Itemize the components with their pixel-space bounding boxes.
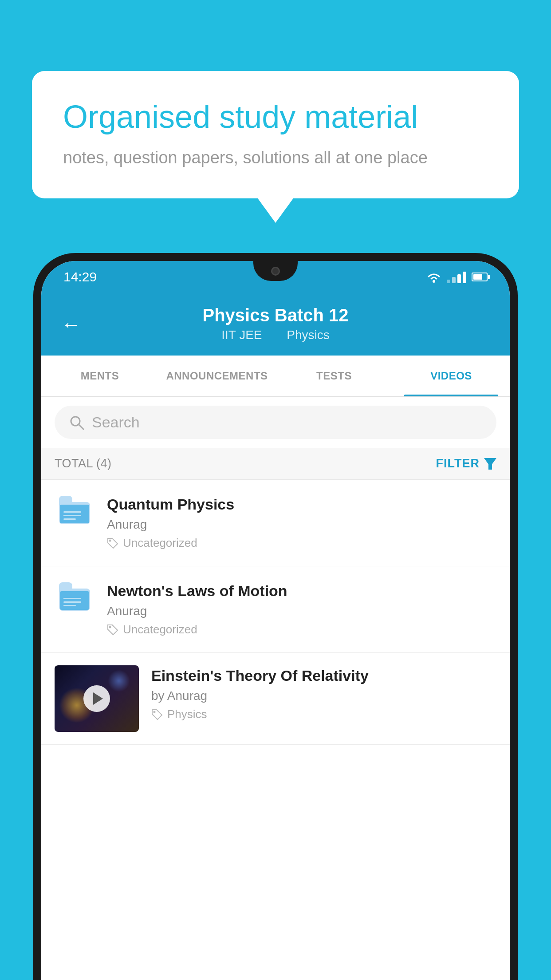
header-title: Physics Batch 12 xyxy=(202,305,348,325)
list-item[interactable]: Newton's Laws of Motion Anurag Uncategor… xyxy=(41,566,510,653)
folder-line xyxy=(63,518,76,520)
phone-frame: 14:29 xyxy=(33,253,518,980)
item-title: Newton's Laws of Motion xyxy=(107,582,496,600)
item-tag: Uncategorized xyxy=(107,623,496,636)
item-content: Quantum Physics Anurag Uncategorized xyxy=(107,496,496,550)
battery-icon xyxy=(472,273,488,281)
tabs-bar: MENTS ANNOUNCEMENTS TESTS VIDEOS xyxy=(41,356,510,397)
svg-line-2 xyxy=(79,425,83,429)
filter-bar: TOTAL (4) FILTER xyxy=(41,448,510,480)
filter-funnel-icon xyxy=(484,458,496,470)
tag-icon xyxy=(151,709,163,720)
tag-icon xyxy=(107,537,118,549)
header-subtitle-physics: Physics xyxy=(287,328,329,342)
speech-bubble-title: Organised study material xyxy=(63,98,488,136)
folder-line xyxy=(63,605,76,606)
item-author: Anurag xyxy=(107,518,496,532)
folder-front xyxy=(60,591,89,610)
speech-bubble-container: Organised study material notes, question… xyxy=(32,71,519,223)
filter-button[interactable]: FILTER xyxy=(436,457,496,470)
einstein-content: Einstein's Theory Of Relativity by Anura… xyxy=(151,665,496,721)
item-icon-wrap xyxy=(55,582,94,611)
folder-line xyxy=(63,515,81,516)
status-time: 14:29 xyxy=(63,269,97,285)
folder-lines xyxy=(63,511,81,520)
search-placeholder: Search xyxy=(92,414,140,431)
tag-label: Uncategorized xyxy=(123,536,197,550)
video-thumbnail xyxy=(55,665,139,732)
item-icon-wrap xyxy=(55,496,94,524)
tag-label: Uncategorized xyxy=(123,623,197,636)
search-bar: Search xyxy=(41,397,510,448)
item-tag: Uncategorized xyxy=(107,536,496,550)
item-content: Newton's Laws of Motion Anurag Uncategor… xyxy=(107,582,496,636)
einstein-tag: Physics xyxy=(151,707,496,721)
filter-label: FILTER xyxy=(436,457,480,470)
einstein-title: Einstein's Theory Of Relativity xyxy=(151,667,496,684)
folder-front xyxy=(60,505,89,523)
signal-icon xyxy=(447,271,466,283)
thumb-glow2 xyxy=(108,670,130,692)
folder-lines xyxy=(63,598,81,606)
list-item[interactable]: Quantum Physics Anurag Uncategorized xyxy=(41,480,510,566)
notch-camera xyxy=(271,267,280,276)
total-count: TOTAL (4) xyxy=(55,457,112,470)
notch xyxy=(253,261,298,281)
svg-point-5 xyxy=(109,626,111,628)
svg-point-4 xyxy=(109,539,111,541)
list-item-einstein[interactable]: Einstein's Theory Of Relativity by Anura… xyxy=(41,653,510,745)
search-icon xyxy=(69,415,85,431)
tag-icon xyxy=(107,624,118,636)
wifi-icon xyxy=(426,271,441,283)
speech-bubble-subtitle: notes, question papers, solutions all at… xyxy=(63,148,488,167)
item-author: Anurag xyxy=(107,604,496,618)
folder-line xyxy=(63,511,81,513)
app-header: ← Physics Batch 12 IIT JEE Physics xyxy=(41,293,510,356)
folder-icon xyxy=(59,498,90,524)
battery-fill xyxy=(473,274,482,280)
tab-videos[interactable]: VIDEOS xyxy=(393,356,510,396)
tag-label: Physics xyxy=(167,707,207,721)
tab-ments[interactable]: MENTS xyxy=(41,356,158,396)
svg-point-6 xyxy=(153,711,156,713)
speech-bubble: Organised study material notes, question… xyxy=(32,71,519,198)
play-button[interactable] xyxy=(83,685,110,712)
folder-line xyxy=(63,598,81,599)
einstein-author: by Anurag xyxy=(151,689,496,703)
tab-tests[interactable]: TESTS xyxy=(276,356,393,396)
header-subtitle-iitjee: IIT JEE xyxy=(221,328,262,342)
status-icons xyxy=(426,271,488,283)
tab-announcements[interactable]: ANNOUNCEMENTS xyxy=(158,356,276,396)
play-triangle xyxy=(93,692,103,705)
phone-inner: 14:29 xyxy=(41,261,510,980)
svg-marker-3 xyxy=(484,458,496,470)
back-button[interactable]: ← xyxy=(61,313,81,336)
header-subtitle: IIT JEE Physics xyxy=(216,328,335,342)
content-list: Quantum Physics Anurag Uncategorized xyxy=(41,480,510,980)
svg-point-0 xyxy=(433,280,435,283)
speech-bubble-arrow xyxy=(258,198,293,223)
folder-line xyxy=(63,601,81,603)
search-input-wrapper[interactable]: Search xyxy=(55,406,496,439)
status-bar: 14:29 xyxy=(41,261,510,293)
item-title: Quantum Physics xyxy=(107,496,496,513)
folder-icon xyxy=(59,584,90,611)
